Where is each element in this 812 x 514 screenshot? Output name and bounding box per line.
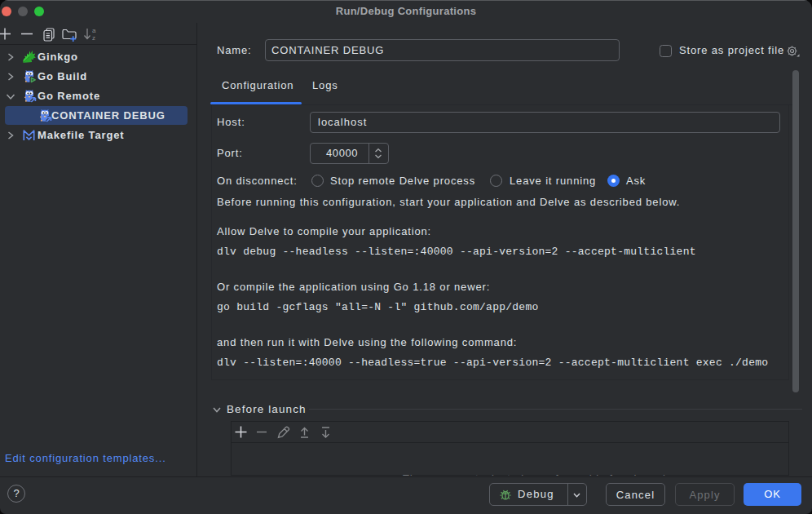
svg-text:a: a <box>92 27 96 34</box>
svg-text:z: z <box>92 34 95 42</box>
